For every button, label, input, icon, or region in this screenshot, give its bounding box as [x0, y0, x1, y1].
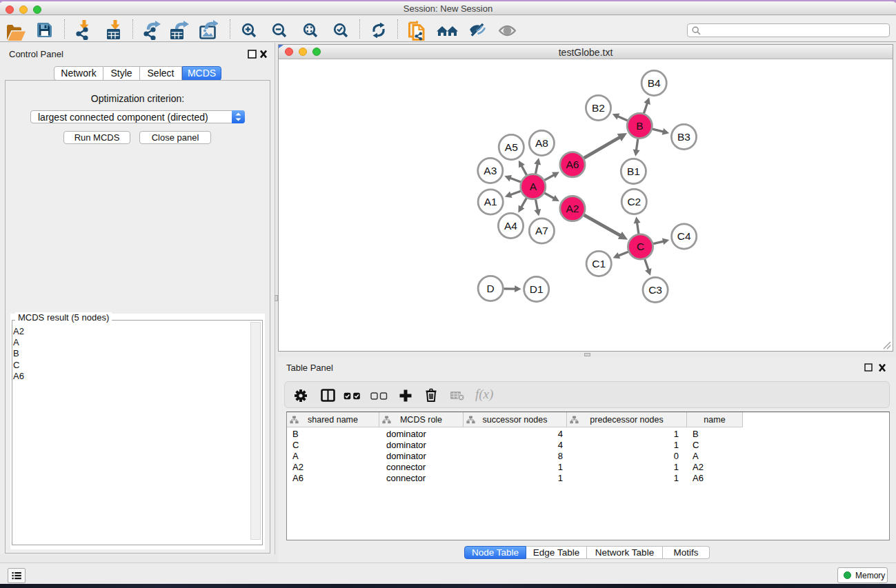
svg-text:C4: C4 [677, 230, 691, 242]
svg-text:B3: B3 [677, 131, 690, 143]
svg-text:A1: A1 [484, 196, 497, 207]
svg-text:A5: A5 [505, 141, 518, 153]
svg-text:D1: D1 [530, 283, 544, 295]
svg-text:C3: C3 [648, 284, 662, 296]
svg-text:A7: A7 [535, 225, 548, 236]
svg-text:A2: A2 [566, 203, 579, 214]
svg-text:A6: A6 [566, 159, 579, 170]
svg-text:B4: B4 [648, 77, 661, 89]
svg-text:C2: C2 [627, 196, 641, 207]
svg-text:B2: B2 [592, 102, 605, 114]
svg-text:A3: A3 [484, 165, 497, 176]
svg-text:C1: C1 [592, 258, 606, 270]
svg-text:B: B [636, 120, 643, 132]
svg-text:C: C [637, 241, 644, 252]
svg-text:A8: A8 [535, 137, 548, 149]
svg-text:A4: A4 [504, 220, 517, 232]
svg-text:D: D [487, 283, 495, 294]
svg-text:B1: B1 [627, 165, 640, 177]
svg-text:A: A [530, 181, 537, 192]
